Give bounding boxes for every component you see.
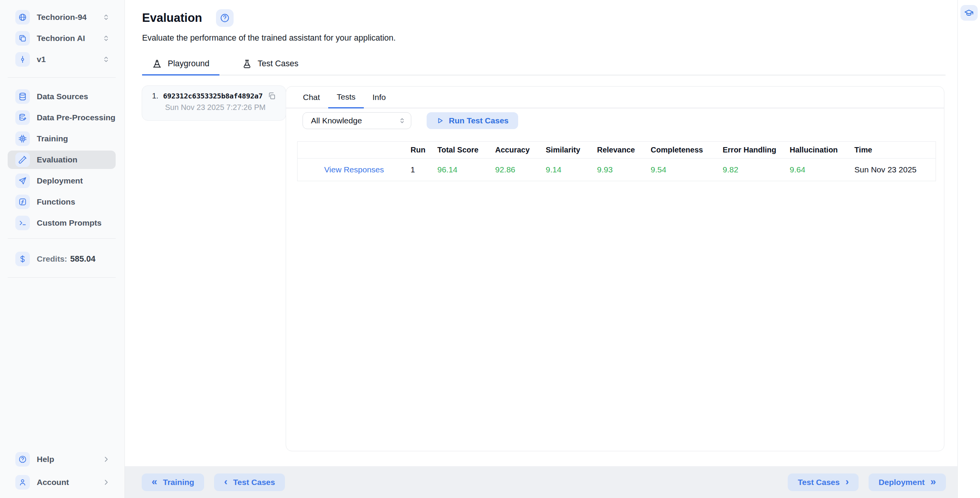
column-header-error-handling: Error Handling [723,146,790,154]
person-icon [15,475,30,490]
knowledge-select-value: All Knowledge [311,116,362,125]
column-header-accuracy: Accuracy [495,146,546,154]
view-responses-link[interactable]: View Responses [298,165,411,174]
results-table: Run Total Score Accuracy Similarity Rele… [297,141,936,181]
column-header-hallucination: Hallucination [790,146,854,154]
tab-label: Test Cases [258,59,298,69]
page-help-button[interactable] [216,9,234,27]
page-title: Evaluation [142,11,202,25]
sidebar-item-evaluation[interactable]: Evaluation [8,151,116,169]
session-id: 692312c6353325b8af4892a7 [163,92,263,100]
chevrons-updown-icon[interactable] [102,55,110,64]
run-test-cases-button[interactable]: Run Test Cases [427,112,518,129]
nav-forward-test-cases-button[interactable]: Test Cases › [788,473,859,491]
page-header: Evaluation [142,9,234,27]
page-description: Evaluate the performance of the trained … [142,33,396,43]
help-circle-icon [15,452,30,467]
sidebar: Techorion-94 Techorion AI v1 [0,0,125,498]
database-edit-icon [15,110,30,125]
paper-plane-icon [15,174,30,188]
playground-icon [152,59,162,69]
sidebar-footer: Help Account [0,450,124,498]
tab-label: Info [372,93,386,102]
sidebar-item-label: Functions [37,197,75,206]
sidebar-item-data-sources[interactable]: Data Sources [8,87,116,106]
tab-chat[interactable]: Chat [294,87,328,108]
chevrons-left-icon: « [152,477,157,487]
knowledge-select[interactable]: All Knowledge [303,112,411,129]
function-icon [15,195,30,209]
chevrons-updown-icon[interactable] [102,34,110,43]
project-selector[interactable]: Techorion AI [8,29,116,48]
chevrons-updown-icon [398,117,406,124]
tab-tests[interactable]: Tests [328,87,364,108]
version-selector[interactable]: v1 [8,50,116,69]
sidebar-divider [8,77,116,78]
tab-info[interactable]: Info [364,87,394,108]
sidebar-item-custom-prompts[interactable]: Custom Prompts [8,214,116,232]
app-root: Techorion-94 Techorion AI v1 [0,0,980,498]
run-value: 1 [411,165,437,174]
nav-back-test-cases-button[interactable]: ‹ Test Cases [214,473,285,491]
sidebar-item-functions[interactable]: Functions [8,193,116,211]
session-row: 1. 692312c6353325b8af4892a7 [152,92,278,100]
flask-icon [242,59,252,69]
session-index: 1. [152,92,159,100]
column-header-relevance: Relevance [597,146,651,154]
sidebar-item-help[interactable]: Help [8,450,116,469]
copy-icon[interactable] [267,92,276,100]
tab-label: Chat [303,93,320,102]
credits-value: 585.04 [70,254,95,264]
chevron-right-icon: › [846,477,849,487]
column-header-completeness: Completeness [651,146,723,154]
tutorial-button[interactable] [960,5,978,21]
version-name: v1 [37,55,46,64]
session-timestamp: Sun Nov 23 2025 7:27:26 PM [165,103,278,112]
tab-label: Playground [168,59,209,69]
sidebar-item-account[interactable]: Account [8,473,116,491]
folders-icon [15,31,30,46]
nav-button-label: Test Cases [798,478,839,487]
workspace-selector[interactable]: Techorion-94 [8,8,116,26]
credits-display: Credits: 585.04 [8,250,116,268]
session-list-item[interactable]: 1. 692312c6353325b8af4892a7 Sun Nov 23 2… [142,85,286,121]
column-header-run: Run [411,146,437,154]
chevrons-updown-icon[interactable] [102,13,110,21]
database-icon [15,89,30,104]
sidebar-item-label: Custom Prompts [37,218,101,228]
sidebar-item-training[interactable]: Training [8,129,116,148]
table-row: View Responses 1 96.14 92.86 9.14 9.93 9… [298,159,936,181]
run-test-cases-label: Run Test Cases [449,116,509,125]
project-name: Techorion AI [37,34,85,43]
bottom-nav-bar: « Training ‹ Test Cases Test Cases › Dep… [125,466,957,498]
nav-forward-deployment-button[interactable]: Deployment » [869,473,946,491]
dollar-icon [15,252,30,266]
sidebar-divider [8,238,116,239]
right-utility-bar [957,0,980,498]
sidebar-item-deployment[interactable]: Deployment [8,172,116,190]
sidebar-item-label: Data Sources [37,92,88,101]
play-icon [436,117,444,124]
tab-playground[interactable]: Playground [142,53,219,75]
question-circle-icon [220,13,230,23]
session-detail-panel: Chat Tests Info All Knowledge Run Test C… [286,86,944,451]
tab-label: Tests [337,92,355,102]
chevron-left-icon: ‹ [224,477,227,487]
sidebar-item-label: Evaluation [37,155,77,164]
chevrons-right-icon: » [931,477,936,487]
tab-test-cases[interactable]: Test Cases [232,53,308,75]
nav-button-label: Training [163,478,194,487]
detail-tab-bar: Chat Tests Info [286,87,944,108]
column-header-similarity: Similarity [546,146,597,154]
similarity-value: 9.14 [546,165,597,174]
sidebar-item-data-pre-processing[interactable]: Data Pre-Processing [8,108,116,127]
sidebar-item-label: Data Pre-Processing [37,113,115,122]
nav-back-training-button[interactable]: « Training [142,473,204,491]
total-score-value: 96.14 [437,165,495,174]
nav-button-label: Test Cases [233,478,275,487]
test-controls: All Knowledge Run Test Cases [303,112,518,129]
terminal-icon [15,216,30,230]
hallucination-value: 9.64 [790,165,854,174]
sidebar-item-label: Help [37,455,54,464]
chevron-right-icon [102,478,110,487]
